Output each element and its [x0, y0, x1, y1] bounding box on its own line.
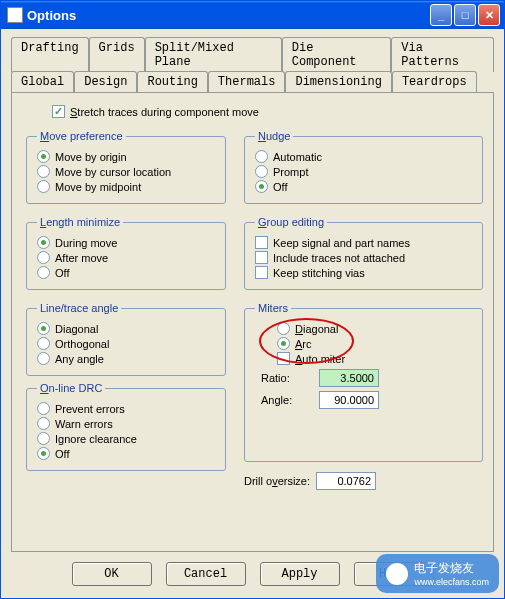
nudge-group: Nudge Automatic Prompt Off — [244, 130, 483, 204]
length-off-radio[interactable]: Off — [37, 266, 215, 279]
nudge-legend: Nudge — [255, 130, 293, 142]
apply-button[interactable]: Apply — [260, 562, 340, 586]
move-preference-legend: Move preference — [37, 130, 126, 142]
online-drc-legend: On-line DRC — [37, 382, 105, 394]
ratio-label: Ratio: — [261, 372, 311, 384]
group-editing-legend: Group editing — [255, 216, 327, 228]
radio-icon — [37, 165, 50, 178]
content-area: Drafting Grids Split/Mixed Plane Die Com… — [1, 29, 504, 598]
ratio-input[interactable] — [319, 369, 379, 387]
radio-icon — [37, 150, 50, 163]
line-trace-angle-legend: Line/trace angle — [37, 302, 121, 314]
checkbox-icon — [255, 236, 268, 249]
during-move-radio[interactable]: During move — [37, 236, 215, 249]
tab-row-1: Drafting Grids Split/Mixed Plane Die Com… — [11, 37, 494, 72]
line-trace-angle-group: Line/trace angle Diagonal Orthogonal Any… — [26, 302, 226, 376]
after-move-radio[interactable]: After move — [37, 251, 215, 264]
group-editing-group: Group editing Keep signal and part names… — [244, 216, 483, 290]
options-window: Options _ □ ✕ Drafting Grids Split/Mixed… — [0, 0, 505, 599]
move-by-cursor-radio[interactable]: Move by cursor location — [37, 165, 215, 178]
nudge-automatic-radio[interactable]: Automatic — [255, 150, 472, 163]
auto-miter-checkbox[interactable]: Auto miter — [277, 352, 472, 365]
radio-icon — [277, 337, 290, 350]
radio-icon — [37, 417, 50, 430]
radio-icon — [37, 352, 50, 365]
tab-design[interactable]: Design — [74, 71, 137, 94]
radio-icon — [37, 266, 50, 279]
checkbox-icon — [255, 266, 268, 279]
minimize-button[interactable]: _ — [430, 4, 452, 26]
tab-global[interactable]: Global — [11, 71, 74, 93]
radio-icon — [37, 180, 50, 193]
keep-stitching-vias-checkbox[interactable]: Keep stitching vias — [255, 266, 472, 279]
move-by-midpoint-radio[interactable]: Move by midpoint — [37, 180, 215, 193]
checkbox-icon — [277, 352, 290, 365]
cancel-button[interactable]: Cancel — [166, 562, 246, 586]
radio-icon — [277, 322, 290, 335]
angle-label: Angle: — [261, 394, 311, 406]
drill-oversize-label: Drill oversize: — [244, 475, 310, 487]
stretch-traces-checkbox[interactable]: ✓ Stretch traces during component move — [52, 105, 483, 118]
design-panel: ✓ Stretch traces during component move M… — [11, 92, 494, 552]
tab-via-patterns[interactable]: Via Patterns — [391, 37, 494, 72]
button-bar: OK Cancel Apply Help — [11, 552, 494, 592]
radio-icon — [37, 236, 50, 249]
stretch-label: Stretch traces during component move — [70, 106, 259, 118]
window-buttons: _ □ ✕ — [430, 4, 500, 26]
online-drc-group: On-line DRC Prevent errors Warn errors I… — [26, 382, 226, 471]
window-title: Options — [27, 8, 430, 23]
tab-row-2: Global Design Routing Thermals Dimension… — [11, 71, 494, 93]
checkbox-icon: ✓ — [52, 105, 65, 118]
diagonal-angle-radio[interactable]: Diagonal — [37, 322, 215, 335]
miter-arc-radio[interactable]: Arc — [277, 337, 472, 350]
nudge-prompt-radio[interactable]: Prompt — [255, 165, 472, 178]
warn-errors-radio[interactable]: Warn errors — [37, 417, 215, 430]
tab-dimensioning[interactable]: Dimensioning — [285, 71, 391, 93]
include-traces-checkbox[interactable]: Include traces not attached — [255, 251, 472, 264]
drc-off-radio[interactable]: Off — [37, 447, 215, 460]
radio-icon — [255, 165, 268, 178]
angle-input[interactable] — [319, 391, 379, 409]
miters-legend: Miters — [255, 302, 291, 314]
radio-icon — [37, 322, 50, 335]
tab-split-mixed-plane[interactable]: Split/Mixed Plane — [145, 37, 282, 72]
tab-teardrops[interactable]: Teardrops — [392, 71, 477, 93]
length-minimize-group: Length minimize During move After move O… — [26, 216, 226, 290]
radio-icon — [255, 150, 268, 163]
radio-icon — [37, 402, 50, 415]
tab-die-component[interactable]: Die Component — [282, 37, 392, 72]
maximize-button[interactable]: □ — [454, 4, 476, 26]
keep-signal-names-checkbox[interactable]: Keep signal and part names — [255, 236, 472, 249]
move-by-origin-radio[interactable]: Move by origin — [37, 150, 215, 163]
drill-oversize-row: Drill oversize: — [244, 472, 483, 490]
radio-icon — [37, 432, 50, 445]
ignore-clearance-radio[interactable]: Ignore clearance — [37, 432, 215, 445]
radio-icon — [37, 337, 50, 350]
radio-icon — [37, 447, 50, 460]
nudge-off-radio[interactable]: Off — [255, 180, 472, 193]
miters-group: Miters Diagonal Arc Auto miter Ratio: — [244, 302, 483, 462]
drill-oversize-input[interactable] — [316, 472, 376, 490]
radio-icon — [255, 180, 268, 193]
move-preference-group: Move preference Move by origin Move by c… — [26, 130, 226, 204]
checkbox-icon — [255, 251, 268, 264]
titlebar[interactable]: Options _ □ ✕ — [1, 1, 504, 29]
app-icon — [7, 7, 23, 23]
orthogonal-angle-radio[interactable]: Orthogonal — [37, 337, 215, 350]
ok-button[interactable]: OK — [72, 562, 152, 586]
radio-icon — [37, 251, 50, 264]
miter-diagonal-radio[interactable]: Diagonal — [277, 322, 472, 335]
tab-routing[interactable]: Routing — [137, 71, 207, 93]
length-minimize-legend: Length minimize — [37, 216, 123, 228]
prevent-errors-radio[interactable]: Prevent errors — [37, 402, 215, 415]
close-button[interactable]: ✕ — [478, 4, 500, 26]
any-angle-radio[interactable]: Any angle — [37, 352, 215, 365]
tab-grids[interactable]: Grids — [89, 37, 145, 72]
help-button[interactable]: Help — [354, 562, 434, 586]
tab-thermals[interactable]: Thermals — [208, 71, 286, 93]
tab-drafting[interactable]: Drafting — [11, 37, 89, 72]
